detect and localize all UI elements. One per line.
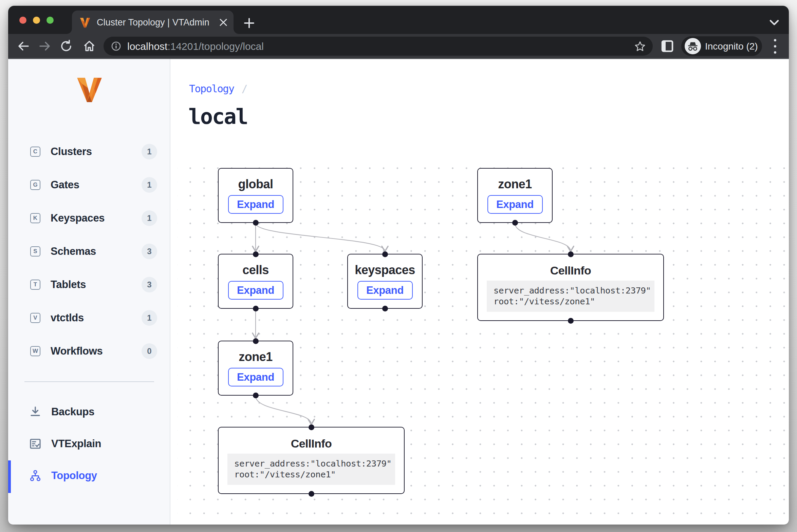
tablets-letter-icon: T xyxy=(30,280,40,290)
zoom-window-button[interactable] xyxy=(47,17,54,24)
side-panel-icon[interactable] xyxy=(661,39,674,53)
count-badge: 0 xyxy=(142,343,157,359)
node-title: keyspaces xyxy=(348,263,422,277)
browser-menu-icon-dot2 xyxy=(774,51,776,54)
expand-button-zone1-bottom[interactable]: Expand xyxy=(228,368,283,386)
topology-icon xyxy=(29,470,41,482)
sidebar-item-label: Topology xyxy=(51,460,97,492)
sidebar-item-label: Workflows xyxy=(51,335,103,368)
browser-menu-icon[interactable] xyxy=(774,39,776,41)
count-badge: 3 xyxy=(142,277,157,292)
handle-top xyxy=(253,251,259,257)
count-badge: 1 xyxy=(142,177,157,193)
reload-icon[interactable] xyxy=(59,39,74,54)
minimize-window-button[interactable] xyxy=(33,17,40,24)
expand-button-cells[interactable]: Expand xyxy=(228,281,283,300)
sidebar-item-vtctlds[interactable]: V vtctlds 1 xyxy=(8,301,170,335)
back-icon[interactable] xyxy=(16,39,31,54)
vtctlds-letter-icon: V xyxy=(30,313,40,323)
vitess-logo xyxy=(75,76,104,103)
node-cellinfo-right[interactable]: CellInfo server_address:"localhost:2379"… xyxy=(477,254,664,321)
bookmark-star-icon[interactable] xyxy=(634,41,646,52)
handle-top xyxy=(568,251,574,257)
node-cells[interactable]: cells Expand xyxy=(218,254,293,309)
handle-top xyxy=(253,338,259,344)
site-info-icon[interactable] xyxy=(111,41,121,51)
count-badge: 1 xyxy=(142,310,157,326)
new-tab-button[interactable] xyxy=(242,16,256,30)
sidebar-item-gates[interactable]: G Gates 1 xyxy=(8,168,170,202)
page-title: local xyxy=(188,104,247,129)
count-badge: 3 xyxy=(142,244,157,259)
breadcrumb-topology-link[interactable]: Topology xyxy=(189,83,234,95)
home-icon[interactable] xyxy=(82,39,97,54)
schemas-letter-icon: S xyxy=(30,246,40,256)
sidebar-item-label: vtctlds xyxy=(51,301,84,335)
handle-bottom xyxy=(382,306,388,311)
expand-button-zone1-top[interactable]: Expand xyxy=(487,195,543,214)
sidebar-item-topology[interactable]: Topology xyxy=(8,460,170,492)
tab-search-chevron-icon[interactable] xyxy=(767,18,781,28)
code-line: server_address:"localhost:2379" xyxy=(494,285,648,296)
breadcrumb-separator: / xyxy=(242,83,248,95)
workflows-letter-icon: W xyxy=(30,346,40,356)
handle-bottom xyxy=(512,220,518,226)
sidebar-item-label: Tablets xyxy=(51,268,86,301)
node-title: global xyxy=(219,177,293,191)
node-title: cells xyxy=(219,263,293,277)
cellinfo-code: server_address:"localhost:2379" root:"/v… xyxy=(487,281,654,312)
node-title: CellInfo xyxy=(478,264,663,277)
vitess-favicon xyxy=(79,17,91,28)
handle-bottom xyxy=(253,393,259,398)
node-zone1-bottom[interactable]: zone1 Expand xyxy=(218,341,293,396)
sidebar-item-tablets[interactable]: T Tablets 3 xyxy=(8,268,170,301)
node-global[interactable]: global Expand xyxy=(218,168,293,223)
handle-bottom xyxy=(568,318,574,324)
tab-title: Cluster Topology | VTAdmin xyxy=(97,16,212,29)
sidebar-item-label: Gates xyxy=(51,168,79,202)
code-line: server_address:"localhost:2379" xyxy=(234,458,388,469)
clusters-letter-icon: C xyxy=(30,147,40,157)
keyspaces-letter-icon: K xyxy=(30,213,40,223)
node-title: zone1 xyxy=(478,177,552,191)
node-cellinfo-bottom[interactable]: CellInfo server_address:"localhost:2379"… xyxy=(218,427,405,494)
sidebar-item-schemas[interactable]: S Schemas 3 xyxy=(8,235,170,268)
document-check-icon xyxy=(29,438,41,450)
node-zone1-top[interactable]: zone1 Expand xyxy=(477,168,553,223)
url-host: localhost xyxy=(127,41,167,52)
handle-bottom xyxy=(253,220,259,226)
count-badge: 1 xyxy=(142,210,157,226)
handle-bottom xyxy=(253,306,259,311)
sidebar-item-vtexplain[interactable]: VTExplain xyxy=(8,428,170,460)
sidebar-item-label: Backups xyxy=(51,396,94,428)
forward-icon[interactable] xyxy=(37,39,52,54)
sidebar-item-clusters[interactable]: C Clusters 1 xyxy=(8,135,170,168)
tab-close-icon[interactable] xyxy=(218,17,229,28)
code-line: root:"/vitess/zone1" xyxy=(234,469,388,480)
sidebar-item-label: Keyspaces xyxy=(51,202,105,235)
breadcrumb: Topology/ xyxy=(189,83,248,95)
expand-button-keyspaces[interactable]: Expand xyxy=(357,281,413,300)
sidebar-item-workflows[interactable]: W Workflows 0 xyxy=(8,335,170,368)
download-icon xyxy=(29,406,41,418)
url-text[interactable]: localhost:14201/topology/local xyxy=(127,37,264,56)
browser-menu-icon-dot xyxy=(774,45,776,48)
sidebar-item-label: VTExplain xyxy=(51,428,101,460)
active-item-indicator xyxy=(8,460,11,493)
incognito-icon xyxy=(685,38,701,54)
gates-letter-icon: G xyxy=(30,180,40,190)
node-keyspaces[interactable]: keyspaces Expand xyxy=(347,254,423,309)
handle-top xyxy=(309,424,314,430)
node-title: zone1 xyxy=(219,350,293,364)
handle-bottom xyxy=(309,491,314,497)
node-title: CellInfo xyxy=(219,437,404,450)
expand-button-global[interactable]: Expand xyxy=(228,195,283,214)
sidebar-item-keyspaces[interactable]: K Keyspaces 1 xyxy=(8,202,170,235)
url-path: :14201/topology/local xyxy=(167,41,264,52)
sidebar-item-label: Schemas xyxy=(51,235,96,268)
sidebar-item-label: Clusters xyxy=(51,135,92,168)
sidebar-item-backups[interactable]: Backups xyxy=(8,396,170,428)
close-window-button[interactable] xyxy=(19,17,26,24)
address-bar[interactable]: localhost:14201/topology/local xyxy=(104,37,653,56)
incognito-label: Incognito (2) xyxy=(705,36,758,56)
